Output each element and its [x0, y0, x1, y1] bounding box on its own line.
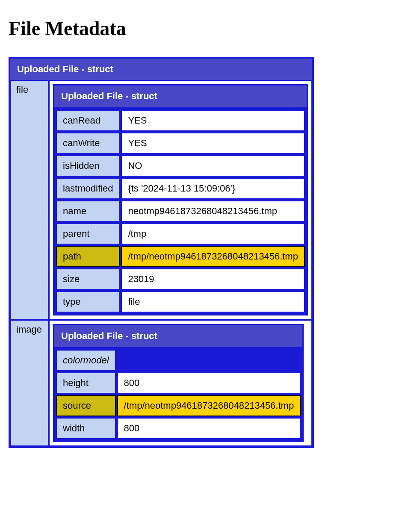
file-row-size: size 23019 [56, 268, 305, 290]
file-struct-table: Uploaded File - struct canRead YES canWr… [53, 84, 308, 315]
image-row-height: height 800 [56, 372, 301, 394]
file-key-ishidden: isHidden [56, 155, 120, 177]
outer-struct-table: Uploaded File - struct file Uploaded Fil… [9, 57, 314, 448]
image-val-height: 800 [117, 372, 301, 394]
file-key-canread: canRead [56, 110, 120, 131]
image-val-source: /tmp/neotmp9461873268048213456.tmp [117, 395, 301, 416]
file-key-size: size [56, 268, 120, 290]
image-key-colormodel: colormodel [56, 350, 116, 371]
file-val-parent: /tmp [121, 223, 305, 245]
file-row-path: path /tmp/neotmp9461873268048213456.tmp [56, 246, 305, 267]
image-key-source: source [56, 395, 116, 416]
image-val-width: 800 [117, 418, 301, 439]
file-row-ishidden: isHidden NO [56, 155, 305, 177]
file-key-path: path [56, 246, 120, 267]
file-val-size: 23019 [121, 268, 305, 290]
image-row-width: width 800 [56, 418, 301, 439]
outer-key-file: file [10, 80, 49, 320]
image-key-height: height [56, 372, 116, 394]
file-key-type: type [56, 291, 120, 313]
file-key-lastmodified: lastmodified [56, 178, 120, 199]
file-row-type: type file [56, 291, 305, 313]
file-val-type: file [121, 291, 305, 313]
file-key-parent: parent [56, 223, 120, 245]
file-val-name: neotmp9461873268048213456.tmp [121, 200, 305, 222]
file-val-path: /tmp/neotmp9461873268048213456.tmp [121, 246, 305, 267]
file-val-lastmodified: {ts '2024-11-13 15:09:06'} [121, 178, 305, 199]
outer-value-image: Uploaded File - struct colormodel height… [49, 320, 312, 446]
image-struct-table: Uploaded File - struct colormodel height… [53, 324, 304, 442]
file-row-name: name neotmp9461873268048213456.tmp [56, 200, 305, 222]
file-key-canwrite: canWrite [56, 133, 120, 154]
file-row-parent: parent /tmp [56, 223, 305, 245]
file-key-name: name [56, 200, 120, 222]
image-struct-header: Uploaded File - struct [53, 324, 304, 347]
outer-struct-body: file Uploaded File - struct canRead YES … [10, 80, 312, 446]
image-key-width: width [56, 418, 116, 439]
page-title: File Metadata [9, 17, 411, 40]
outer-struct-header: Uploaded File - struct [10, 59, 312, 80]
file-row-canread: canRead YES [56, 110, 305, 131]
outer-key-image: image [10, 320, 49, 446]
image-row-colormodel: colormodel [56, 350, 301, 371]
image-val-colormodel [117, 350, 301, 371]
file-val-canread: YES [121, 110, 305, 131]
outer-row-file: file Uploaded File - struct canRead YES … [10, 80, 312, 320]
file-struct-header: Uploaded File - struct [53, 84, 308, 107]
image-row-source: source /tmp/neotmp9461873268048213456.tm… [56, 395, 301, 416]
outer-row-image: image Uploaded File - struct colormodel … [10, 320, 312, 446]
file-row-canwrite: canWrite YES [56, 133, 305, 154]
file-val-ishidden: NO [121, 155, 305, 177]
file-row-lastmodified: lastmodified {ts '2024-11-13 15:09:06'} [56, 178, 305, 199]
file-val-canwrite: YES [121, 133, 305, 154]
outer-value-file: Uploaded File - struct canRead YES canWr… [49, 80, 312, 320]
